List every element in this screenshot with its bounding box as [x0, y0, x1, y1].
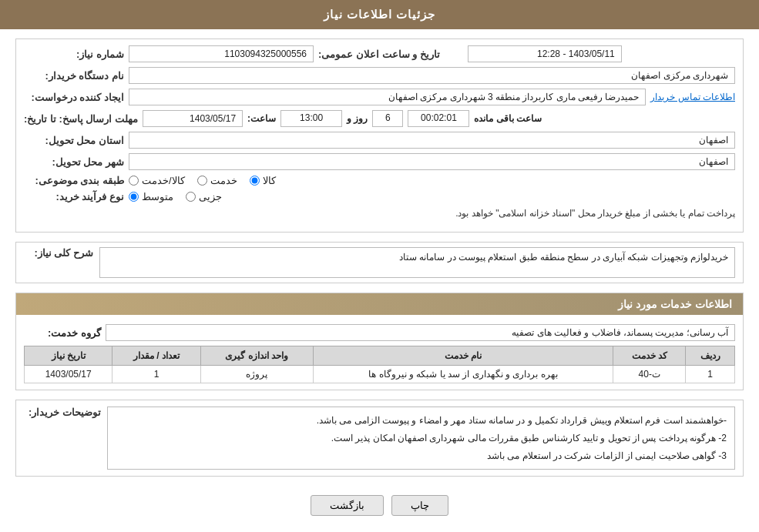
col-code: کد خدمت [613, 346, 686, 366]
service-group-value: آب رسانی؛ مدیریت پسماند، فاضلاب و فعالیت… [106, 324, 735, 341]
buyer-note-item: 3- گواهی صلاحیت ایمنی از الزامات شرکت در… [116, 447, 727, 465]
announce-date-label: تاریخ و ساعت اعلان عمومی: [318, 49, 440, 60]
service-info-title: اطلاعات خدمات مورد نیاز [16, 293, 743, 315]
category-option-kala-khedmat[interactable]: کالا/خدمت [129, 175, 185, 186]
contact-link[interactable]: اطلاعات تماس خریدار [650, 92, 735, 102]
service-table: ردیف کد خدمت نام خدمت واحد اندازه گیری ت… [24, 346, 735, 383]
col-name: نام خدمت [314, 346, 613, 366]
col-unit: واحد اندازه گیری [200, 346, 313, 366]
purchase-type-motavasset[interactable]: متوسط [129, 191, 173, 202]
buyer-org-value: شهرداری مرکزی اصفهان [129, 67, 735, 84]
deadline-time-value: 13:00 [280, 110, 342, 127]
reply-deadline-label: مهلت ارسال پاسخ: تا تاریخ: [24, 113, 138, 125]
page-title: جزئیات اطلاعات نیاز [324, 8, 435, 21]
creator-value: حمیدرضا رفیعی ماری کاربرداز منطقه 3 شهرد… [129, 89, 646, 105]
city-value: اصفهان [129, 153, 735, 170]
general-desc-label: شرح کلی نیاز: [24, 247, 93, 259]
buyer-org-label: نام دستگاه خریدار: [24, 70, 124, 82]
purchase-type-jozi[interactable]: جزیی [186, 191, 222, 202]
service-group-row: گروه خدمت: آب رسانی؛ مدیریت پسماند، فاضل… [24, 324, 735, 341]
service-info-section: اطلاعات خدمات مورد نیاز گروه خدمت: آب رس… [15, 293, 744, 390]
province-label: استان محل تحویل: [24, 135, 124, 146]
need-number-label: شماره نیاز: [24, 49, 124, 60]
col-rownum: ردیف [686, 346, 735, 366]
service-group-label: گروه خدمت: [24, 327, 101, 339]
table-row: 1ت-40بهره برداری و نگهداری از سد یا شبکه… [25, 366, 735, 383]
buyer-notes-content: -خواهشمند است فرم استعلام وییش قرارداد ت… [107, 407, 735, 470]
deadline-date-value: 1403/05/17 [143, 110, 243, 127]
announce-date-value: 1403/05/11 - 12:28 [468, 45, 622, 62]
category-radio-group: کالا/خدمت خدمت کالا [129, 175, 735, 186]
col-date: تاریخ نیاز [25, 346, 113, 366]
col-qty: تعداد / مقدار [113, 346, 200, 366]
buyer-note-item: 2- هرگونه پرداخت پس از تحویل و تایید کار… [116, 430, 727, 447]
deadline-days-value: 6 [372, 110, 403, 127]
city-label: شهر محل تحویل: [24, 156, 124, 168]
purchase-type-label: نوع فرآیند خرید: [24, 191, 124, 202]
deadline-remain-label: ساعت باقی مانده [474, 113, 542, 124]
category-option-kala[interactable]: کالا [250, 175, 276, 186]
page-header: جزئیات اطلاعات نیاز [0, 0, 759, 29]
buyer-notes-section: توضیحات خریدار: -خواهشمند است فرم استعلا… [15, 400, 744, 477]
need-number-value: 1103094325000556 [129, 45, 314, 62]
purchase-note: پرداخت تمام یا بخشی از مبلغ خریدار محل "… [129, 206, 735, 221]
creator-label: ایجاد کننده درخواست: [24, 92, 124, 103]
buyer-notes-label: توضیحات خریدار: [24, 407, 101, 418]
category-option-khedmat[interactable]: خدمت [197, 175, 237, 186]
general-desc-value: خریدلوازم وتجهیزات شبکه آبیاری در سطح من… [99, 247, 735, 278]
purchase-type-radio-group: متوسط جزیی [129, 191, 735, 202]
deadline-time-label: ساعت: [247, 113, 276, 124]
buyer-note-item: -خواهشمند است فرم استعلام وییش قرارداد ت… [116, 412, 727, 430]
general-desc-section: شرح کلی نیاز: خریدلوازم وتجهیزات شبکه آب… [15, 242, 744, 283]
category-label: طبقه بندی موضوعی: [24, 175, 124, 186]
deadline-remain-value: 00:02:01 [408, 110, 469, 127]
print-button[interactable]: چاپ [391, 495, 448, 516]
back-button[interactable]: بازگشت [311, 495, 384, 516]
province-value: اصفهان [129, 132, 735, 149]
button-row: بازگشت چاپ [15, 486, 744, 524]
deadline-days-label: روز و [347, 113, 368, 124]
